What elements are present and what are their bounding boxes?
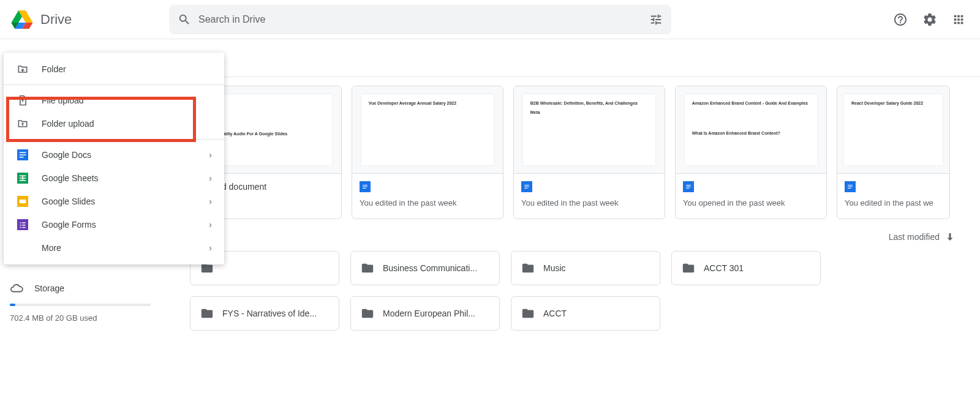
search-input[interactable] — [198, 14, 642, 25]
folder-item[interactable]: Music — [511, 251, 660, 285]
folder-icon — [361, 307, 374, 320]
storage-used-text: 702.4 MB of 20 GB used — [10, 313, 157, 323]
folder-item[interactable]: ACCT 301 — [671, 251, 821, 285]
chevron-right-icon: › — [209, 150, 212, 160]
folder-name: FYS - Narratives of Ide... — [222, 309, 317, 318]
chevron-right-icon: › — [209, 220, 212, 230]
storage-bar — [10, 304, 151, 306]
suggested-card[interactable]: Vue Developer Average Annual Salary 2022… — [352, 86, 503, 219]
folder-icon — [521, 261, 535, 275]
thumbnail: React Developer Salary Guide 2022 — [837, 86, 949, 173]
arrow-down-icon — [944, 231, 956, 242]
suggested-card[interactable]: Amazon Enhanced Brand Content - Guide An… — [675, 86, 827, 219]
menu-file-upload[interactable]: File upload — [4, 89, 224, 112]
folder-item[interactable]: Modern European Phil... — [350, 296, 500, 331]
sort-button[interactable]: Last modified — [889, 231, 956, 242]
tune-icon[interactable] — [649, 13, 663, 26]
google-docs-icon — [845, 181, 856, 192]
folder-icon — [682, 261, 695, 275]
file-upload-icon — [16, 94, 29, 107]
cloud-icon — [10, 282, 23, 295]
chevron-right-icon: › — [209, 173, 212, 183]
thumbnail: B2B Wholesale: Definition, Benefits, And… — [514, 86, 665, 173]
folder-name: Modern European Phil... — [383, 309, 475, 318]
suggested-row: High-Quality Audio For A Google Slides l… — [178, 77, 980, 219]
menu-folder-upload[interactable]: Folder upload — [4, 112, 224, 135]
gear-icon[interactable] — [922, 12, 937, 27]
google-docs-icon — [683, 181, 694, 192]
folder-icon — [521, 307, 535, 320]
folder-name: ACCT 301 — [704, 263, 744, 273]
folder-name: ACCT — [543, 309, 567, 318]
folder-item[interactable]: FYS - Narratives of Ide... — [190, 296, 339, 331]
google-docs-icon — [16, 148, 29, 162]
google-docs-icon — [360, 181, 371, 192]
top-header: Drive — [0, 0, 980, 39]
new-folder-icon — [16, 62, 29, 76]
folder-name: Music — [543, 263, 566, 273]
folder-name: Business Communicati... — [383, 263, 477, 273]
google-sheets-icon — [16, 171, 29, 185]
folder-icon — [200, 307, 214, 320]
card-activity: You edited in the past we — [845, 198, 942, 208]
chevron-right-icon: › — [209, 243, 212, 253]
help-icon[interactable] — [893, 12, 908, 27]
thumbnail: Amazon Enhanced Brand Content - Guide An… — [676, 86, 826, 173]
suggested-card[interactable]: B2B Wholesale: Definition, Benefits, And… — [513, 86, 665, 219]
header-actions — [893, 12, 970, 27]
storage-label: Storage — [34, 283, 64, 293]
google-forms-icon — [16, 218, 29, 231]
svg-rect-3 — [20, 200, 26, 203]
breadcrumb[interactable]: e — [178, 49, 980, 77]
suggested-card[interactable]: React Developer Salary Guide 2022 You ed… — [837, 86, 950, 219]
menu-separator — [4, 139, 224, 140]
chevron-right-icon: › — [209, 196, 212, 206]
menu-google-slides[interactable]: Google Slides › — [4, 190, 224, 213]
new-menu: Folder File upload Folder upload Google … — [4, 53, 224, 264]
card-activity: You opened in the past week — [683, 198, 819, 208]
search-bar[interactable] — [169, 5, 671, 34]
drive-logo-icon — [10, 7, 34, 32]
folder-icon — [361, 261, 374, 275]
menu-separator — [4, 84, 224, 85]
google-docs-icon — [521, 181, 532, 192]
menu-more[interactable]: More › — [4, 236, 224, 260]
folder-upload-icon — [16, 117, 29, 130]
storage-bar-fill — [10, 304, 15, 306]
search-icon — [178, 13, 191, 26]
brand[interactable]: Drive — [10, 7, 169, 32]
menu-google-forms[interactable]: Google Forms › — [4, 213, 224, 236]
apps-grid-icon[interactable] — [952, 13, 965, 26]
folder-item[interactable]: Business Communicati... — [350, 251, 500, 285]
card-activity: You edited in the past week — [360, 198, 496, 208]
menu-google-sheets[interactable]: Google Sheets › — [4, 166, 224, 190]
folders-header: Folders Last modified — [178, 219, 980, 242]
main-content: e High-Quality Audio For A Google Slides… — [178, 49, 980, 339]
google-slides-icon — [16, 195, 29, 208]
menu-new-folder[interactable]: Folder — [4, 58, 224, 81]
folder-item[interactable]: ACCT — [511, 296, 660, 331]
folders-grid: Business Communicati... Music ACCT 301 F… — [178, 242, 980, 339]
card-activity: You edited in the past week — [521, 198, 657, 208]
menu-google-docs[interactable]: Google Docs › — [4, 143, 224, 166]
thumbnail: Vue Developer Average Annual Salary 2022 — [352, 86, 503, 173]
brand-title: Drive — [40, 12, 72, 28]
sidebar-storage[interactable]: Storage 702.4 MB of 20 GB used — [10, 282, 157, 323]
